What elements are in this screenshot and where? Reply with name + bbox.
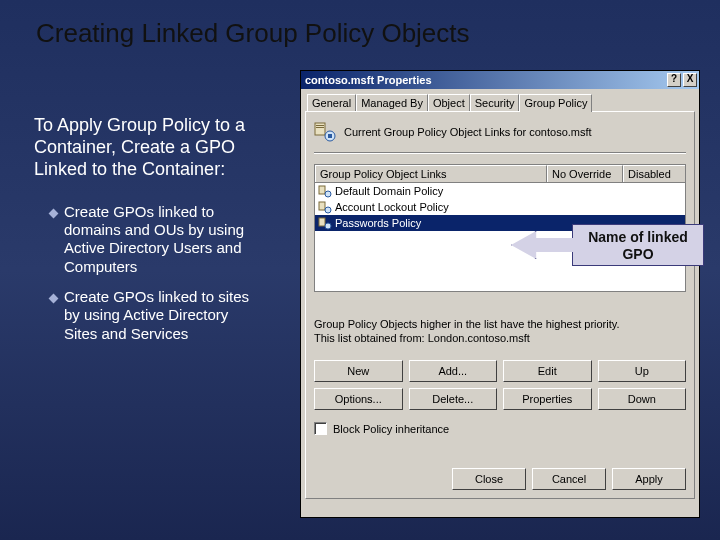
callout-label: Name of linked GPO xyxy=(572,224,704,266)
close-button[interactable]: X xyxy=(683,73,697,87)
priority-note-line: This list obtained from: London.contoso.… xyxy=(314,332,686,346)
gpo-icon xyxy=(318,200,332,214)
down-button[interactable]: Down xyxy=(598,388,687,410)
tab-group-policy[interactable]: Group Policy xyxy=(519,94,592,112)
tab-strip: General Managed By Object Security Group… xyxy=(301,89,699,111)
panel-header: Current Group Policy Object Links for co… xyxy=(314,120,686,144)
titlebar[interactable]: contoso.msft Properties ? X xyxy=(301,71,699,89)
tab-panel: Current Group Policy Object Links for co… xyxy=(305,111,695,499)
list-item[interactable]: Default Domain Policy xyxy=(315,183,685,199)
svg-point-8 xyxy=(325,207,331,213)
dialog-footer: Close Cancel Apply xyxy=(452,468,686,490)
apply-button[interactable]: Apply xyxy=(612,468,686,490)
add-button[interactable]: Add... xyxy=(409,360,498,382)
column-links[interactable]: Group Policy Object Links xyxy=(315,165,547,182)
svg-rect-5 xyxy=(319,186,325,194)
panel-header-text: Current Group Policy Object Links for co… xyxy=(344,126,592,138)
slide-body-text: To Apply Group Policy to a Container, Cr… xyxy=(34,115,264,181)
options-button[interactable]: Options... xyxy=(314,388,403,410)
close-dialog-button[interactable]: Close xyxy=(452,468,526,490)
column-disabled[interactable]: Disabled xyxy=(623,165,685,182)
properties-dialog: contoso.msft Properties ? X General Mana… xyxy=(300,70,700,518)
block-inheritance-checkbox[interactable] xyxy=(314,422,327,435)
tab-object[interactable]: Object xyxy=(428,94,470,112)
list-item-label: Account Lockout Policy xyxy=(335,201,449,213)
gpo-icon xyxy=(318,184,332,198)
window-title: contoso.msft Properties xyxy=(305,74,667,86)
list-item-label: Passwords Policy xyxy=(335,217,421,229)
svg-rect-0 xyxy=(315,123,325,135)
properties-button[interactable]: Properties xyxy=(503,388,592,410)
svg-rect-2 xyxy=(316,127,324,128)
tab-managed-by[interactable]: Managed By xyxy=(356,94,428,112)
slide-title: Creating Linked Group Policy Objects xyxy=(36,18,470,49)
new-button[interactable]: New xyxy=(314,360,403,382)
list-item-label: Default Domain Policy xyxy=(335,185,443,197)
bullet-list: Create GPOs linked to domains and OUs by… xyxy=(34,203,264,343)
cancel-button[interactable]: Cancel xyxy=(532,468,606,490)
callout-line: Name of linked xyxy=(573,229,703,246)
list-header: Group Policy Object Links No Override Di… xyxy=(315,165,685,183)
button-row: Options... Delete... Properties Down xyxy=(314,388,686,410)
svg-point-6 xyxy=(325,191,331,197)
svg-rect-7 xyxy=(319,202,325,210)
gpo-icon xyxy=(318,216,332,230)
divider xyxy=(314,152,686,154)
priority-note-line: Group Policy Objects higher in the list … xyxy=(314,318,686,332)
bullet-item: Create GPOs linked to sites by using Act… xyxy=(64,288,264,343)
edit-button[interactable]: Edit xyxy=(503,360,592,382)
gpo-links-icon xyxy=(314,120,338,144)
svg-rect-1 xyxy=(316,125,324,126)
button-row: New Add... Edit Up xyxy=(314,360,686,382)
delete-button[interactable]: Delete... xyxy=(409,388,498,410)
priority-note: Group Policy Objects higher in the list … xyxy=(314,318,686,346)
help-button[interactable]: ? xyxy=(667,73,681,87)
slide-body: To Apply Group Policy to a Container, Cr… xyxy=(34,115,264,355)
svg-point-10 xyxy=(325,223,331,229)
bullet-item: Create GPOs linked to domains and OUs by… xyxy=(64,203,264,276)
svg-rect-4 xyxy=(328,134,332,138)
block-inheritance-row[interactable]: Block Policy inheritance xyxy=(314,422,449,435)
column-no-override[interactable]: No Override xyxy=(547,165,623,182)
tab-general[interactable]: General xyxy=(307,94,356,112)
tab-security[interactable]: Security xyxy=(470,94,520,112)
block-inheritance-label: Block Policy inheritance xyxy=(333,423,449,435)
callout-line: GPO xyxy=(573,246,703,263)
list-item[interactable]: Account Lockout Policy xyxy=(315,199,685,215)
up-button[interactable]: Up xyxy=(598,360,687,382)
svg-rect-9 xyxy=(319,218,325,226)
